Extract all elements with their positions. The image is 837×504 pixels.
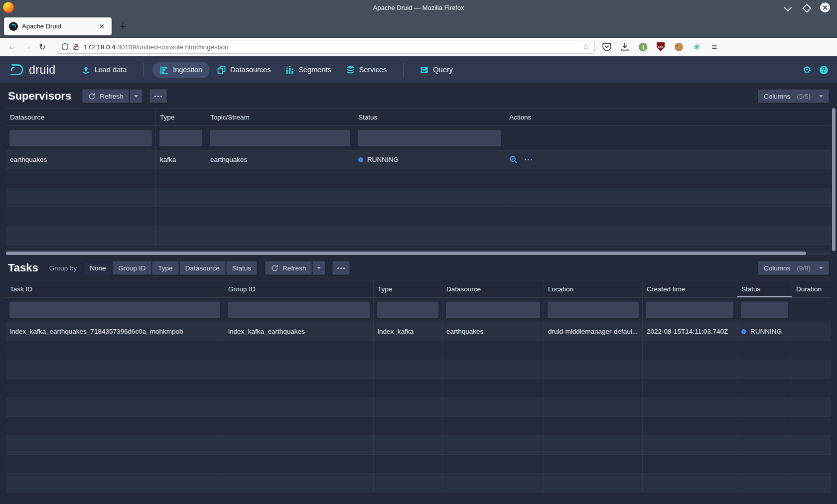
- supervisors-refresh-caret-button[interactable]: [130, 89, 142, 103]
- navbar-divider: [65, 63, 65, 77]
- group-by-none-button[interactable]: None: [84, 261, 112, 275]
- extension-asterisk-icon[interactable]: ✳: [692, 42, 701, 52]
- col-header-type[interactable]: Type: [374, 280, 442, 297]
- close-icon[interactable]: ✕: [820, 2, 830, 12]
- menu-icon[interactable]: ≡: [709, 42, 719, 52]
- chevron-down-icon: [819, 95, 823, 98]
- forward-button[interactable]: →: [20, 42, 35, 51]
- col-header-topic-stream[interactable]: Topic/Stream: [206, 109, 354, 126]
- window-titlebar: Apache Druid — Mozilla Firefox ✕: [0, 0, 837, 15]
- cookie-extension-icon[interactable]: [674, 42, 684, 52]
- supervisors-title: Supervisors: [8, 90, 71, 103]
- back-button[interactable]: ←: [5, 42, 20, 51]
- supervisors-more-button[interactable]: [149, 89, 167, 103]
- col-header-status[interactable]: Status: [354, 109, 505, 126]
- inspect-magnifier-icon[interactable]: [509, 155, 518, 164]
- tasks-refresh-button[interactable]: Refresh: [265, 261, 312, 275]
- col-header-created-time[interactable]: Created time: [643, 280, 737, 297]
- col-header-status[interactable]: Status: [737, 280, 792, 297]
- new-tab-button[interactable]: +: [120, 21, 126, 31]
- filter-created-time-input[interactable]: [646, 301, 733, 318]
- filter-type-input[interactable]: [159, 129, 202, 146]
- status-dot: [358, 157, 363, 162]
- filter-location-input[interactable]: [548, 301, 639, 318]
- group-by-group-id-button[interactable]: Group ID: [113, 261, 152, 275]
- tab-close-icon[interactable]: ✕: [97, 21, 107, 31]
- nav-datasources[interactable]: Datasources: [210, 62, 278, 78]
- cell-datasource: earthquakes: [442, 322, 544, 341]
- cell-status: RUNNING: [737, 322, 792, 341]
- tab-apache-druid[interactable]: Apache Druid ✕: [4, 17, 112, 35]
- filter-datasource-input[interactable]: [9, 129, 152, 146]
- url-path: :30109/unified-console.html#ingestion: [116, 43, 229, 51]
- refresh-icon: [88, 93, 96, 100]
- col-header-location[interactable]: Location: [544, 280, 643, 297]
- cell-type: index_kafka: [374, 322, 442, 341]
- tasks-more-button[interactable]: [332, 261, 350, 275]
- nav-query[interactable]: Query: [413, 62, 460, 78]
- group-by-type-button[interactable]: Type: [152, 261, 178, 275]
- col-header-datasource[interactable]: Datasource: [6, 109, 156, 126]
- bookmark-star-icon[interactable]: ☆: [582, 42, 590, 51]
- supervisors-horizontal-scrollbar[interactable]: [6, 252, 831, 255]
- settings-gear-icon[interactable]: ⚙: [803, 64, 812, 76]
- col-header-actions[interactable]: Actions: [505, 109, 831, 126]
- supervisors-columns-button[interactable]: Columns(5/5): [758, 89, 829, 103]
- chevron-down-icon: [819, 267, 823, 269]
- insecure-lock-icon[interactable]: [72, 43, 80, 51]
- ingestion-icon: [160, 66, 168, 74]
- reload-button[interactable]: ↻: [35, 42, 50, 52]
- minimize-icon[interactable]: [784, 3, 792, 11]
- group-by-status-button[interactable]: Status: [226, 261, 257, 275]
- filter-topic-stream-input[interactable]: [210, 129, 350, 146]
- group-by-datasource-button[interactable]: Datasource: [179, 261, 226, 275]
- pocket-icon[interactable]: [602, 42, 612, 52]
- cell-topic: earthquakes: [206, 150, 354, 169]
- refresh-icon: [271, 264, 279, 272]
- status-dot: [741, 329, 746, 334]
- task-row: index_kafka_earthquakes_7184357396d6c0a_…: [6, 322, 831, 341]
- ublock-origin-icon[interactable]: UO: [656, 42, 666, 52]
- help-icon[interactable]: ?: [820, 66, 828, 74]
- cell-status: RUNNING: [354, 150, 505, 169]
- window-title: Apache Druid — Mozilla Firefox: [0, 4, 837, 11]
- tasks-columns-button[interactable]: Columns(9/9): [758, 261, 829, 275]
- url-bar[interactable]: 172.18.0.4:30109/unified-console.html#in…: [57, 40, 595, 54]
- tracking-shield-icon[interactable]: [61, 43, 69, 51]
- more-icon: [154, 96, 162, 97]
- filter-type-input[interactable]: [377, 301, 438, 318]
- extension-green-icon[interactable]: [638, 42, 648, 52]
- filter-status-input[interactable]: [358, 129, 501, 146]
- load-data-icon: [82, 66, 90, 74]
- tasks-refresh-caret-button[interactable]: [312, 261, 325, 275]
- cell-location: druid-middlemanager-defaul...: [544, 322, 643, 341]
- druid-logo[interactable]: druid: [9, 62, 56, 78]
- nav-load-data[interactable]: Load data: [74, 62, 135, 78]
- nav-segments[interactable]: Segments: [278, 62, 338, 78]
- query-icon: [420, 66, 428, 74]
- nav-ingestion[interactable]: Ingestion: [152, 62, 210, 78]
- services-icon: [346, 66, 355, 74]
- supervisors-vertical-scrollbar[interactable]: [832, 108, 836, 251]
- nav-services[interactable]: Services: [339, 62, 395, 78]
- filter-status-input[interactable]: [741, 301, 788, 318]
- downloads-icon[interactable]: [620, 42, 630, 52]
- col-header-group-id[interactable]: Group ID: [224, 280, 374, 297]
- druid-favicon-icon: [9, 22, 18, 31]
- filter-task-id-input[interactable]: [9, 301, 220, 318]
- col-header-datasource[interactable]: Datasource: [442, 280, 544, 297]
- druid-navbar: druid Load data Ingestion Datasources: [0, 56, 837, 83]
- browser-toolbar: ← → ↻ 172.18.0.4:30109/unified-console.h…: [0, 38, 837, 56]
- brand-wordmark: druid: [29, 63, 56, 77]
- maximize-icon[interactable]: [802, 3, 810, 11]
- supervisor-row: earthquakes kafka earthquakes RUNNING: [6, 150, 831, 169]
- col-header-task-id[interactable]: Task ID: [6, 280, 224, 297]
- supervisors-refresh-button[interactable]: Refresh: [82, 89, 129, 103]
- row-actions-more-icon[interactable]: [525, 159, 532, 160]
- col-header-duration[interactable]: Duration: [792, 280, 831, 297]
- url-host: 172.18.0.4: [84, 43, 116, 51]
- filter-group-id-input[interactable]: [228, 301, 370, 318]
- col-header-type[interactable]: Type: [156, 109, 206, 126]
- url-text[interactable]: 172.18.0.4:30109/unified-console.html#in…: [84, 43, 582, 51]
- filter-datasource-input[interactable]: [446, 301, 540, 318]
